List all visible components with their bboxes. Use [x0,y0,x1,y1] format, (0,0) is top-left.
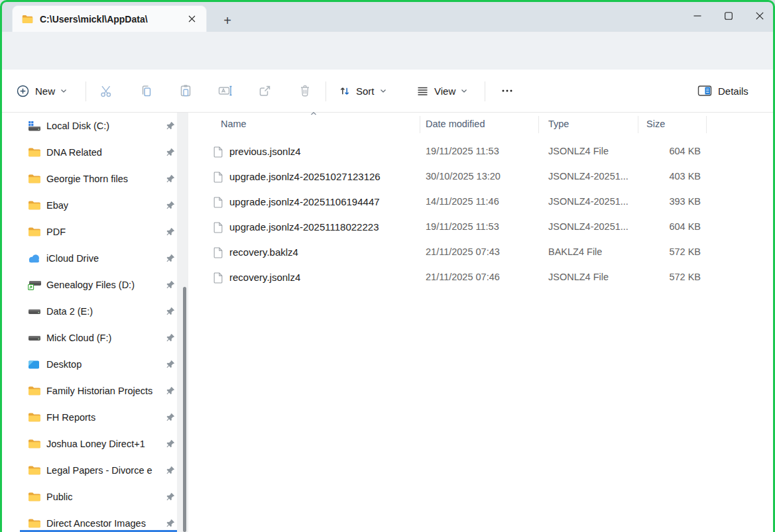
column-header-name[interactable]: Name [221,119,247,129]
sidebar-item[interactable]: Data 2 (E:) [0,298,199,325]
sidebar-item[interactable]: Ebay [0,192,199,219]
rename-icon [218,84,233,97]
file-row[interactable]: upgrade.jsonlz4-2025111802222319/11/2025… [199,215,775,240]
share-button[interactable] [253,79,277,103]
view-button[interactable]: View [412,79,471,103]
file-row[interactable]: previous.jsonlz419/11/2025 11:53JSONLZ4 … [199,140,775,165]
column-separator[interactable] [538,116,539,133]
sidebar-item[interactable]: Public [0,484,199,510]
file-type: JSONLZ4-20251... [548,196,628,207]
minimize-button[interactable] [682,0,713,32]
file-size: 403 KB [640,171,701,182]
close-button[interactable] [744,0,775,32]
file-row[interactable]: recovery.jsonlz421/11/2025 07:46JSONLZ4 … [199,266,775,291]
sidebar-item[interactable]: Local Disk (C:) [0,113,199,139]
sort-button-label: Sort [356,85,375,97]
sidebar-item[interactable]: PDF [0,219,199,245]
sidebar-item-label: Family Historian Projects [46,386,152,396]
column-header-date-modified[interactable]: Date modified [426,119,485,129]
column-separator[interactable] [706,116,707,133]
view-button-label: View [434,85,455,97]
sidebar-item-label: Mick Cloud (F:) [46,333,111,343]
file-name[interactable]: recovery.jsonlz4 [229,272,300,283]
sidebar-item[interactable]: Georgie Thorn files [0,166,199,192]
paste-button[interactable] [174,79,198,103]
new-button-label: New [35,85,55,97]
chevron-down-icon [461,89,467,93]
plus-circle-icon [16,84,30,98]
sidebar-scrollbar[interactable] [177,113,188,532]
explorer-tab[interactable]: C:\Users\mickl\AppData\ [12,5,207,32]
file-name[interactable]: recovery.baklz4 [229,246,298,258]
navigation-pane: Local Disk (C:)DNA RelatedGeorgie Thorn … [0,113,199,532]
sidebar-item-label: Ebay [46,200,68,211]
scissors-icon [99,84,113,97]
details-pane-button[interactable]: Details [693,79,752,103]
folder-icon [28,174,44,184]
tab-close-icon[interactable] [184,11,200,27]
file-type: JSONLZ4-20251... [548,221,628,232]
rename-button[interactable] [213,79,237,103]
trash-icon [299,84,311,97]
sort-button[interactable]: Sort [335,79,390,103]
sidebar-item[interactable]: DNA Related [0,139,199,166]
file-size: 604 KB [640,146,701,156]
file-name[interactable]: upgrade.jsonlz4-20251118022223 [229,221,379,233]
file-date: 19/11/2025 11:53 [426,146,499,156]
file-icon [213,272,223,284]
file-name[interactable]: previous.jsonlz4 [229,146,301,157]
file-name[interactable]: upgrade.jsonlz4-20251027123126 [229,171,381,182]
window-controls [682,0,775,32]
file-size: 572 KB [640,272,701,282]
navigation-bar: ← → ↑ ··· sessionstore-backups [0,32,775,70]
file-name[interactable]: upgrade.jsonlz4-20251106194447 [229,196,380,207]
sidebar-item[interactable]: Family Historian Projects [0,378,199,404]
maximize-button[interactable] [713,0,744,32]
delete-button[interactable] [293,79,317,103]
toolbar-separator [326,81,326,101]
folder-icon [28,518,44,529]
new-tab-button[interactable]: + [219,12,236,29]
sidebar-item-label: Public [46,492,73,502]
file-type: JSONLZ4-20251... [548,171,628,182]
sidebar-item[interactable]: Legal Papers - Divorce e [0,457,199,484]
sidebar-item[interactable]: Direct Ancestor Images [0,510,199,532]
desktop-icon [28,360,44,370]
chevron-down-icon [380,89,387,93]
new-button[interactable]: New [12,79,71,103]
sidebar-item[interactable]: Joshua Loney Direct+1 [0,431,199,457]
sidebar-scrollbar-thumb[interactable] [183,287,186,532]
file-icon [213,222,223,233]
folder-icon [22,15,33,24]
details-pane-label: Details [718,85,748,97]
sort-ascending-caret-icon [310,111,317,116]
file-row[interactable]: recovery.baklz421/11/2025 07:43BAKLZ4 Fi… [199,240,775,266]
sidebar-item[interactable]: Desktop [0,351,199,378]
sidebar-item-label: PDF [46,227,66,237]
file-row[interactable]: upgrade.jsonlz4-2025102712312630/10/2025… [199,165,775,190]
file-row[interactable]: upgrade.jsonlz4-2025110619444714/11/2025… [199,190,775,215]
sidebar-item[interactable]: FH Reports [0,404,199,431]
sidebar-item-label: Desktop [46,359,82,370]
file-icon [213,172,223,183]
cut-button[interactable] [94,79,118,103]
file-date: 14/11/2025 11:46 [426,196,499,207]
sidebar-item[interactable]: Genealogy Files (D:) [0,272,199,298]
sidebar-item[interactable]: Mick Cloud (F:) [0,325,199,351]
more-options-button[interactable] [495,79,519,103]
file-list-pane: Name Date modified Type Size previous.js… [199,113,775,532]
column-separator[interactable] [638,116,638,133]
sidebar-item[interactable]: iCloud Drive [0,245,199,272]
file-date: 21/11/2025 07:43 [426,246,500,257]
ellipsis-icon [501,84,514,97]
drive-shortcut-icon [28,280,44,290]
column-header-size[interactable]: Size [646,119,665,129]
column-separator[interactable] [420,116,420,133]
file-icon [213,146,223,158]
column-header-type[interactable]: Type [548,119,569,129]
copy-button[interactable] [134,79,158,103]
file-size: 572 KB [640,246,701,257]
file-icon [213,247,223,258]
sidebar-item-label: Georgie Thorn files [46,174,128,184]
folder-icon [28,227,44,237]
